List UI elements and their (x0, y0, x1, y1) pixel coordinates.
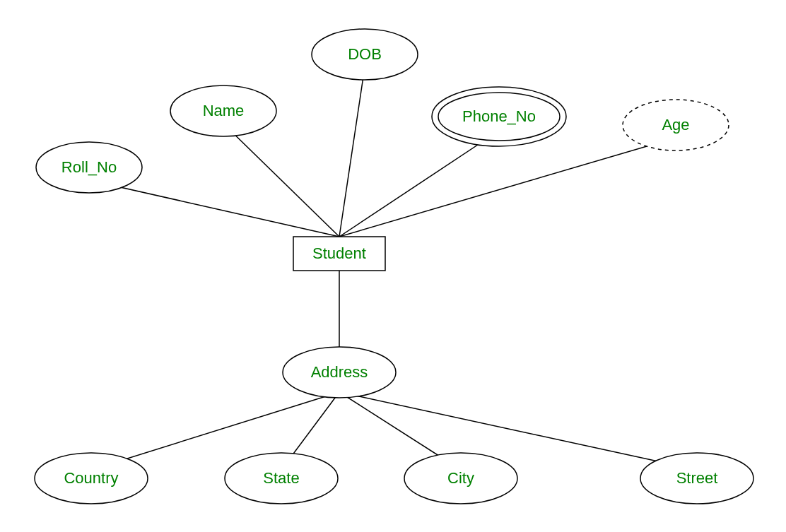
er-diagram-canvas (0, 0, 786, 532)
attribute-name-label: Name (203, 102, 245, 120)
edge-student-dob (339, 67, 365, 237)
edge-student-name (223, 124, 339, 237)
attribute-age-label: Age (662, 116, 689, 134)
edge-student-phone (339, 131, 499, 237)
attribute-phone-label: Phone_No (462, 107, 536, 126)
attribute-street-label: Street (676, 469, 718, 487)
edge-address-street (339, 392, 697, 470)
attribute-dob-label: DOB (348, 45, 382, 64)
attribute-city-label: City (447, 469, 474, 487)
edge-student-age (339, 138, 676, 237)
entity-student-label: Student (312, 244, 366, 263)
attribute-country-label: Country (64, 469, 118, 487)
edge-student-rollno (89, 180, 339, 237)
attribute-roll-no-label: Roll_No (61, 158, 117, 177)
attribute-address-label: Address (311, 363, 368, 382)
attribute-state-label: State (263, 469, 299, 487)
